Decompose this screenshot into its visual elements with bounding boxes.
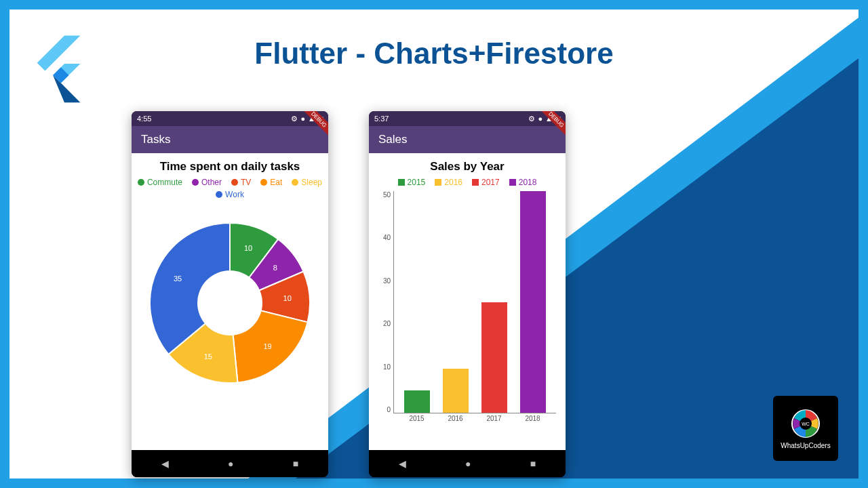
app-bar: Sales — [369, 126, 566, 153]
status-bar: 5:37 ⚙●▲ ◢ — [369, 111, 566, 126]
screen-body: Sales by Year 2015201620172018 504030201… — [369, 153, 566, 450]
nav-home-icon[interactable]: ● — [228, 458, 233, 469]
bar — [404, 390, 430, 413]
chart-title: Sales by Year — [374, 160, 560, 174]
nav-home-icon[interactable]: ● — [465, 458, 471, 469]
pie-legend: CommuteOtherTVEatSleepWork — [137, 178, 323, 199]
legend-item: Commute — [138, 178, 182, 187]
legend-item: 2018 — [509, 178, 537, 187]
screen-body: Time spent on daily tasks CommuteOtherTV… — [132, 153, 328, 450]
nav-back-icon[interactable]: ◀ — [161, 458, 169, 469]
nav-back-icon[interactable]: ◀ — [399, 458, 406, 469]
svg-marker-2 — [53, 75, 80, 102]
x-tick: 2015 — [404, 415, 430, 428]
chart-title: Time spent on daily tasks — [137, 160, 323, 174]
slice-value: 35 — [174, 274, 182, 283]
donut-chart: 10810191535 — [145, 218, 315, 388]
slice-value: 8 — [273, 264, 277, 272]
app-bar-title: Sales — [378, 133, 408, 146]
bar-chart: 50403020100 2015201620172018 — [393, 191, 556, 428]
y-tick: 20 — [377, 320, 391, 327]
y-axis: 50403020100 — [377, 191, 391, 413]
legend-item: 2016 — [435, 178, 462, 187]
y-tick: 0 — [377, 406, 391, 413]
legend-item: Sleep — [292, 178, 322, 187]
legend-item: 2015 — [398, 178, 426, 187]
status-time: 4:55 — [137, 115, 151, 123]
nav-recent-icon[interactable]: ■ — [530, 458, 536, 469]
legend-item: TV — [231, 178, 251, 187]
plot-area — [393, 191, 556, 413]
y-tick: 50 — [377, 191, 391, 199]
x-tick: 2017 — [481, 415, 507, 428]
donut-hole — [197, 270, 262, 336]
y-tick: 10 — [377, 363, 391, 371]
legend-item: Other — [192, 178, 222, 187]
legend-item: Eat — [260, 178, 282, 187]
app-bar-title: Tasks — [141, 133, 170, 146]
android-nav-bar: ◀ ● ■ — [132, 450, 328, 477]
slide-frame: Flutter - Charts+Firestore DEBUG 4:55 ⚙●… — [0, 0, 868, 488]
legend-item: 2017 — [472, 178, 500, 187]
status-time: 5:37 — [374, 115, 389, 123]
app-bar: Tasks — [132, 126, 328, 153]
slide-title: Flutter - Charts+Firestore — [9, 37, 859, 70]
bar — [443, 369, 469, 413]
y-tick: 40 — [377, 234, 391, 241]
status-bar: 4:55 ⚙●▲ ◢ — [132, 111, 328, 126]
phone-mock-tasks: DEBUG 4:55 ⚙●▲ ◢ Tasks Time spent on dai… — [132, 111, 328, 477]
aperture-icon: WC — [790, 408, 821, 439]
bar — [481, 302, 507, 413]
x-tick: 2016 — [443, 415, 469, 428]
slice-value: 19 — [263, 342, 271, 350]
android-nav-bar: ◀ ● ■ — [369, 450, 566, 477]
channel-badge: WC WhatsUpCoders — [773, 396, 838, 461]
legend-item: Work — [216, 190, 244, 199]
nav-recent-icon[interactable]: ■ — [293, 458, 298, 469]
bar-legend: 2015201620172018 — [374, 178, 560, 187]
y-tick: 30 — [377, 277, 391, 285]
phone-mock-sales: DEBUG 5:37 ⚙●▲ ◢ Sales Sales by Year 201… — [369, 111, 566, 477]
x-tick: 2018 — [520, 415, 546, 428]
badge-label: WhatsUpCoders — [781, 442, 830, 449]
slice-value: 15 — [204, 352, 212, 361]
slice-value: 10 — [283, 294, 292, 302]
bar — [520, 191, 546, 413]
slice-value: 10 — [244, 244, 252, 252]
svg-text:WC: WC — [802, 422, 810, 426]
x-axis: 2015201620172018 — [393, 415, 556, 428]
